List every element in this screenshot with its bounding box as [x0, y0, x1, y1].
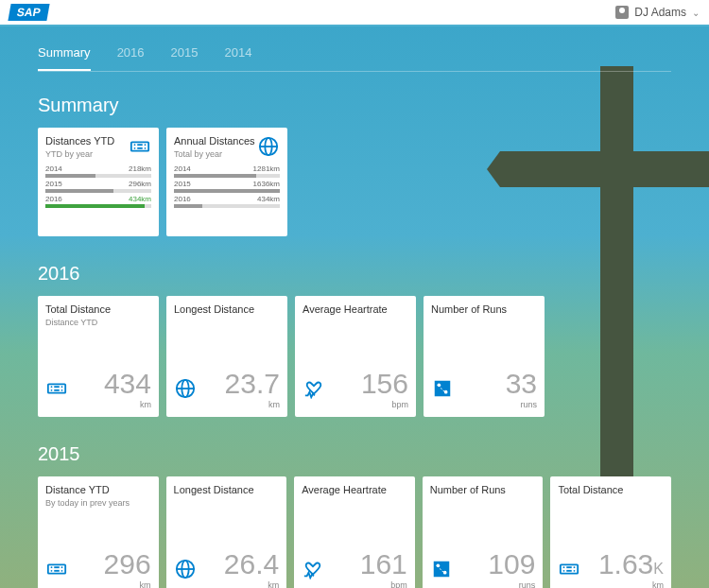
globe-icon: [174, 377, 197, 400]
tile-subtitle: Distance YTD: [45, 318, 151, 327]
svg-point-3: [145, 144, 147, 146]
tile[interactable]: Longest Distance 23.7 km: [166, 296, 287, 417]
app-header: SAP DJ Adams ⌄: [0, 0, 709, 26]
tile-title: Total Distance: [558, 484, 664, 496]
tile-subtitle: YTD by year: [45, 149, 114, 159]
tile-row: Distance YTD By today in prev years 296 …: [38, 476, 671, 588]
tile-value: 109: [453, 548, 536, 580]
svg-point-37: [563, 566, 565, 568]
tile[interactable]: Annual Distances Total by year 20141281k…: [166, 128, 287, 236]
tab-2016[interactable]: 2016: [117, 45, 145, 71]
svg-point-38: [563, 570, 565, 572]
tile-title: Annual Distances: [174, 135, 255, 147]
tile-unit: bpm: [302, 580, 407, 588]
svg-point-40: [574, 570, 576, 572]
tile-value: 33: [454, 368, 537, 400]
card-icon: [45, 558, 68, 580]
svg-point-2: [134, 147, 136, 149]
tab-summary[interactable]: Summary: [38, 45, 91, 71]
svg-point-22: [444, 390, 448, 394]
section-title: Summary: [38, 95, 671, 116]
tile[interactable]: Average Heartrate 161 bpm: [294, 476, 415, 588]
tile-unit: bpm: [303, 400, 408, 409]
tile-title: Distances YTD: [45, 135, 114, 147]
section-title: 2016: [38, 263, 671, 285]
tile-subtitle: By today in prev years: [45, 498, 151, 508]
heart-icon: [302, 558, 324, 580]
tile-value: 23.7: [197, 368, 280, 400]
tile[interactable]: Average Heartrate 156 bpm: [295, 296, 416, 417]
svg-point-4: [145, 147, 147, 149]
globe-icon: [257, 135, 280, 158]
tile-title: Distance YTD: [45, 484, 151, 496]
tile[interactable]: Total Distance Distance YTD 434 km: [38, 296, 159, 417]
tile-unit: km: [174, 400, 280, 409]
tile-unit: runs: [431, 400, 537, 409]
svg-point-26: [61, 566, 63, 568]
tile-value: 434: [68, 368, 151, 400]
tile-title: Number of Runs: [430, 484, 536, 496]
main-content: Summary201620152014 Summary Distances YT…: [0, 26, 709, 588]
tile-value: 1.63K: [580, 548, 664, 580]
tile-subtitle: Total by year: [174, 149, 255, 159]
tile-value: 26.4: [197, 548, 280, 580]
tile[interactable]: Number of Runs 109 runs: [423, 476, 544, 588]
tile-title: Average Heartrate: [303, 303, 408, 316]
svg-point-39: [574, 566, 576, 568]
tile-title: Number of Runs: [431, 303, 537, 316]
svg-point-13: [61, 386, 63, 388]
tile-value: 156: [325, 368, 408, 400]
bar-list: 2014218km 2015296km 2016434km: [45, 163, 151, 208]
tile-unit: km: [45, 400, 151, 409]
route-icon: [431, 377, 454, 400]
tile-title: Average Heartrate: [302, 484, 407, 496]
tile[interactable]: Longest Distance 26.4 km: [166, 476, 287, 588]
svg-point-24: [51, 566, 53, 568]
chevron-down-icon: ⌄: [692, 8, 700, 18]
card-icon: [45, 377, 68, 400]
svg-point-25: [51, 570, 53, 572]
tile[interactable]: Distances YTD YTD by year 2014218km 2015…: [38, 128, 159, 236]
svg-rect-20: [435, 381, 451, 397]
user-icon: [615, 6, 629, 19]
svg-point-14: [61, 389, 63, 391]
heart-icon: [303, 377, 325, 400]
tile-row: Total Distance Distance YTD 434 km Longe…: [38, 296, 671, 417]
user-menu[interactable]: DJ Adams ⌄: [615, 6, 700, 19]
bar-list: 20141281km 20151636km 2016434km: [174, 163, 280, 208]
svg-rect-0: [131, 142, 148, 150]
svg-rect-36: [561, 564, 578, 573]
tile-row: Distances YTD YTD by year 2014218km 2015…: [38, 128, 671, 236]
svg-point-35: [443, 571, 447, 575]
route-icon: [430, 558, 453, 580]
card-icon: [129, 135, 151, 158]
tile-unit: km: [45, 580, 151, 588]
svg-point-11: [51, 386, 53, 388]
tile[interactable]: Number of Runs 33 runs: [424, 296, 545, 417]
svg-point-27: [61, 570, 63, 572]
tile-title: Longest Distance: [174, 484, 280, 496]
tile-title: Total Distance: [45, 303, 151, 316]
tab-2014[interactable]: 2014: [224, 45, 251, 71]
tile[interactable]: Total Distance 1.63K km: [550, 476, 671, 588]
user-name: DJ Adams: [634, 6, 686, 19]
tile-value: 296: [68, 548, 151, 580]
tab-2015[interactable]: 2015: [171, 45, 199, 71]
tile-unit: km: [558, 580, 664, 588]
card-icon: [558, 558, 580, 580]
tile-value: 161: [324, 548, 407, 580]
section-title: 2015: [38, 443, 671, 465]
svg-rect-33: [434, 562, 450, 578]
tile[interactable]: Distance YTD By today in prev years 296 …: [38, 476, 159, 588]
tile-unit: runs: [430, 580, 536, 588]
svg-rect-23: [48, 564, 65, 573]
svg-point-12: [51, 389, 53, 391]
tab-bar: Summary201620152014: [38, 45, 671, 72]
globe-icon: [174, 558, 197, 580]
tile-title: Longest Distance: [174, 303, 280, 316]
tile-unit: km: [174, 580, 280, 588]
svg-point-1: [134, 144, 136, 146]
svg-rect-10: [48, 384, 65, 392]
sap-logo: SAP: [8, 4, 49, 21]
